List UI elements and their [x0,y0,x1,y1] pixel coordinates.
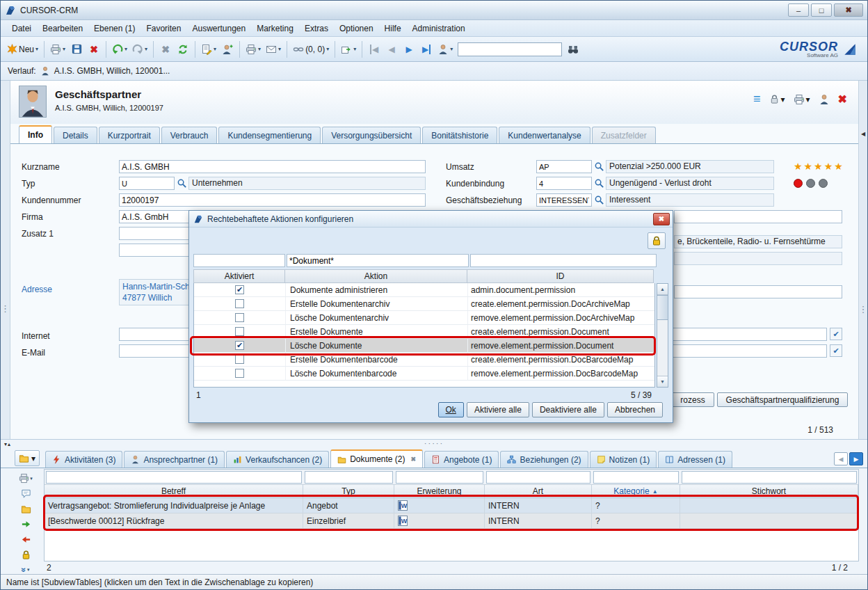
subview-lock-button[interactable] [21,550,31,560]
kundenbindung-code-input[interactable] [536,177,592,190]
subtab-scroll-left-button[interactable]: ◀ [834,452,848,465]
geschaeftsbeziehung-code-input[interactable] [536,193,592,207]
tab-kundenwertanalyse[interactable]: Kundenwertanalyse [499,127,590,143]
edit-actions-button[interactable]: ▾ [199,40,218,58]
menu-datei[interactable]: Datei [6,22,37,35]
subview-archive-button[interactable] [21,504,31,514]
cancel-edit-button[interactable]: ✖ [157,40,174,58]
filter-betreff-input[interactable] [46,471,302,484]
scroll-up-button[interactable]: ▲ [657,284,668,295]
form-field-input[interactable] [674,210,842,223]
row-checkbox[interactable] [235,313,244,322]
column-erweiterung[interactable]: Erweiterung [394,485,485,497]
window-close-button[interactable]: ✖ [834,3,863,17]
row-checkbox[interactable]: ✔ [235,341,244,350]
dialog-row-selected[interactable]: ✔ Lösche Dokumente remove.element.permis… [194,339,654,353]
adresse-label[interactable]: Adresse [22,285,52,294]
subview-unlink-button[interactable] [21,534,31,545]
print-report-button[interactable]: ▾ [243,40,263,58]
column-kategorie[interactable]: Kategorie▲ [592,485,680,497]
tab-kundensegmentierung[interactable]: Kundensegmentierung [218,127,321,143]
subtab-adressen[interactable]: Adressen (1) [658,451,732,468]
assign-button[interactable] [219,40,236,58]
subview-more-button[interactable]: » ▾ [22,565,29,575]
export-button[interactable]: ▾ [339,40,358,58]
nav-prev-button[interactable]: ◀ [383,40,400,58]
dialog-row[interactable]: Erstelle Dokumentenarchiv create.element… [194,297,654,311]
subview-comment-button[interactable] [21,488,31,499]
nav-play-button[interactable]: ▶ [401,40,417,58]
splitter-grip-icon[interactable]: ⋮ [859,304,868,314]
menu-hilfe[interactable]: Hilfe [379,22,407,35]
status-bar[interactable]: Name ist [SubviewTables] (klicken um den… [1,574,867,589]
splitter-grip-icon[interactable]: ⋮ [1,303,10,314]
internet-open-button[interactable]: ✔ [830,328,842,340]
qualifizierung-button[interactable]: Geschäftspartnerqualifizierung [717,392,848,407]
typ-code-input[interactable] [119,177,175,190]
column-aktion[interactable]: Aktion [285,269,467,283]
form-field-input[interactable] [674,285,842,298]
dialog-close-button[interactable]: ✖ [653,213,670,225]
menu-bearbeiten[interactable]: Bearbeiten [37,22,88,35]
tab-bonitaetshistorie[interactable]: Bonitätshistorie [422,127,497,143]
menu-administration[interactable]: Administration [407,22,471,35]
user-search-button[interactable]: ▾ [435,40,455,58]
history-entry[interactable]: A.I.S. GMBH, Willich, 120001... [54,66,170,76]
row-checkbox[interactable] [235,355,244,364]
menu-optionen[interactable]: Optionen [334,22,379,35]
filter-aktiviert-input[interactable] [193,254,285,267]
typ-lookup-button[interactable] [177,178,187,189]
dialog-scrollbar[interactable]: ▲ ▼ [657,283,668,388]
column-betreff[interactable]: Betreff [45,485,303,497]
record-close-button[interactable]: ✖ [838,93,847,106]
record-print-button[interactable]: ▾ [794,94,810,105]
column-stichwort[interactable]: Stichwort [680,485,858,497]
dialog-title-bar[interactable]: Rechtebehaftete Aktionen konfigurieren ✖ [189,211,673,228]
menu-ebenen[interactable]: Ebenen (1) [88,22,140,35]
collapse-left-icon[interactable]: ◀ [861,131,865,137]
dialog-lock-button[interactable] [648,232,666,249]
delete-button[interactable]: ✖ [86,40,102,58]
subtab-scroll-right-button[interactable]: ▶ [849,452,863,465]
ok-button[interactable]: Ok [438,402,464,417]
geschaeftsbeziehung-lookup-button[interactable] [594,195,604,205]
subtab-angebote[interactable]: Angebote (1) [424,451,499,468]
table-row[interactable]: [Beschwerde 00012] Rückfrage Einzelbrief… [45,513,858,529]
row-checkbox[interactable]: ✔ [235,285,244,294]
send-button[interactable]: ▾ [264,40,283,58]
column-typ[interactable]: Typ [303,485,394,497]
deaktiviere-alle-button[interactable]: Deaktiviere alle [532,402,604,417]
quick-search-input[interactable] [458,42,562,56]
prozess-button[interactable]: rozess [671,392,714,407]
scroll-down-button[interactable]: ▼ [657,376,668,387]
filter-stichwort-input[interactable] [682,471,857,484]
filter-id-input[interactable] [470,254,657,267]
row-checkbox[interactable] [235,369,244,378]
filter-kategorie-input[interactable] [593,471,679,484]
tab-info[interactable]: Info [19,125,52,143]
column-art[interactable]: Art [485,485,592,497]
kurzname-input[interactable] [119,160,426,173]
aktiviere-alle-button[interactable]: Aktiviere alle [467,402,529,417]
panel-splitter[interactable]: ▾▴ ····· [1,440,867,449]
umsatz-code-input[interactable] [536,160,592,173]
menu-auswertungen[interactable]: Auswertungen [186,22,251,35]
subtab-close-icon[interactable]: ✖ [411,456,417,463]
nav-last-button[interactable]: ▶ [418,40,435,58]
umsatz-rating[interactable]: ★★★★★ [794,161,844,172]
splitter-arrows-icon[interactable]: ▾▴ [4,441,11,448]
subview-folder-button[interactable]: ▾ [15,450,40,466]
undo-button[interactable]: ▾ [110,40,129,58]
subview-print-button[interactable]: ▾ [19,473,33,484]
minimize-button[interactable]: – [788,3,809,17]
column-aktiviert[interactable]: Aktiviert [193,269,285,283]
abbrechen-button[interactable]: Abbrechen [607,402,663,417]
menu-favoriten[interactable]: Favoriten [140,22,186,35]
right-splitter[interactable]: ◀ ⋮ [858,81,867,439]
row-checkbox[interactable] [235,327,244,336]
email-send-button[interactable]: ✔ [830,344,842,357]
avatar[interactable] [19,86,47,118]
subtab-ansprechpartner[interactable]: Ansprechpartner (1) [124,451,225,468]
tab-details[interactable]: Details [54,127,97,143]
subtab-beziehungen[interactable]: Beziehungen (2) [500,451,588,468]
